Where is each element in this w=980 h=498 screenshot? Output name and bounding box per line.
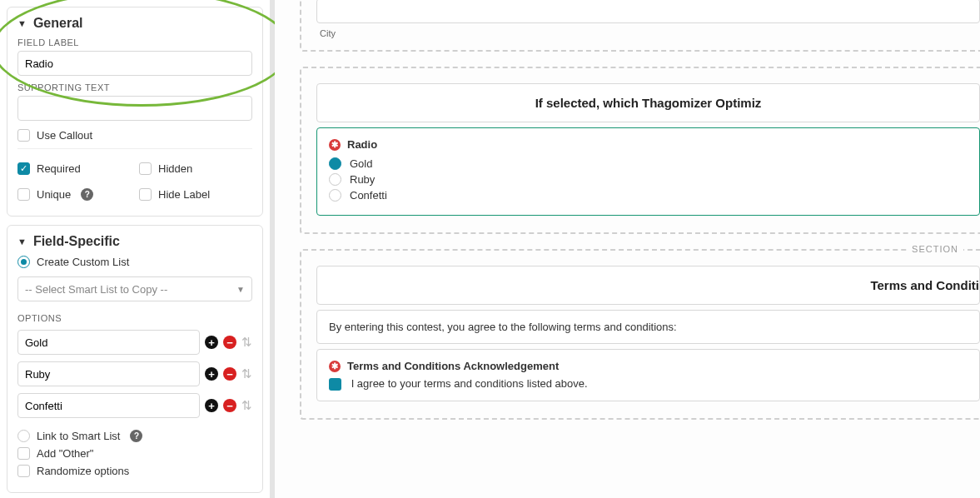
preview-section: SECTION Terms and Conditi By entering th… (300, 249, 980, 420)
preview-radio-label: Confetti (350, 189, 387, 202)
checkbox-icon (17, 129, 30, 142)
supporting-text-input[interactable] (17, 96, 252, 121)
terms-intro-text: By entering this contest, you agree to t… (329, 321, 677, 333)
hide-label-checkbox[interactable]: Hide Label (139, 188, 252, 201)
option-row: + − ⇅ (17, 361, 252, 386)
radio-off-icon (17, 430, 30, 442)
preview-section: City (300, 0, 980, 52)
preview-section: If selected, which Thagomizer Optimiz ✱ … (300, 67, 980, 234)
checkbox-filled-icon (329, 378, 341, 391)
drag-handle-icon[interactable]: ⇅ (241, 398, 252, 413)
required-checkbox[interactable]: ✓ Required (17, 162, 131, 175)
options-header: OPTIONS (17, 313, 252, 323)
preview-radio-label: Gold (350, 157, 372, 170)
checkbox-icon (139, 162, 152, 175)
help-icon[interactable]: ? (81, 188, 93, 201)
smart-list-placeholder: -- Select Smart List to Copy -- (25, 283, 167, 296)
general-title: General (33, 16, 83, 31)
radio-empty-icon (329, 189, 341, 202)
use-callout-checkbox[interactable]: Use Callout (17, 129, 252, 142)
chevron-down-icon: ▼ (236, 285, 245, 294)
checkbox-icon (17, 447, 30, 460)
chevron-down-icon: ▼ (17, 18, 27, 28)
option-input[interactable] (17, 361, 200, 386)
required-label: Required (37, 162, 81, 175)
field-label-header: FIELD LABEL (17, 37, 252, 47)
checkbox-icon (17, 188, 30, 201)
drag-handle-icon[interactable]: ⇅ (241, 335, 252, 350)
radio-empty-icon (329, 173, 341, 186)
smart-list-select[interactable]: -- Select Smart List to Copy -- ▼ (17, 276, 252, 301)
section-title-text: If selected, which Thagomizer Optimiz (535, 96, 762, 110)
add-option-icon[interactable]: + (205, 399, 218, 412)
form-preview: City If selected, which Thagomizer Optim… (275, 0, 980, 498)
city-input-preview[interactable] (316, 0, 980, 23)
section-title-card[interactable]: If selected, which Thagomizer Optimiz (316, 83, 980, 122)
create-custom-list-label: Create Custom List (37, 256, 129, 268)
randomize-label: Randomize options (37, 465, 129, 477)
hidden-label: Hidden (158, 162, 192, 175)
preview-radio-option[interactable]: Ruby (329, 173, 968, 186)
section-tag: SECTION (907, 244, 963, 254)
field-specific-panel-header[interactable]: ▼ Field-Specific (17, 234, 252, 249)
add-other-checkbox[interactable]: Add "Other" (17, 447, 252, 460)
checkbox-icon (17, 465, 30, 477)
radio-on-icon (17, 256, 30, 268)
preview-radio-option[interactable]: Gold (329, 157, 968, 170)
option-row: + − ⇅ (17, 330, 252, 355)
option-input[interactable] (17, 393, 200, 418)
checkbox-checked-icon: ✓ (17, 162, 30, 175)
general-panel-header[interactable]: ▼ General (17, 16, 252, 31)
terms-ack-card[interactable]: ✱ Terms and Conditions Acknowledgement I… (316, 349, 980, 401)
preview-radio-label: Ruby (350, 173, 375, 186)
link-smart-list-radio[interactable]: Link to Smart List ? (17, 430, 252, 442)
create-custom-list-radio[interactable]: Create Custom List (17, 256, 252, 268)
hidden-checkbox[interactable]: Hidden (139, 162, 252, 175)
terms-intro-card[interactable]: By entering this contest, you agree to t… (316, 310, 980, 344)
supporting-text-header: SUPPORTING TEXT (17, 82, 252, 92)
help-icon[interactable]: ? (130, 430, 142, 442)
terms-title-card[interactable]: Terms and Conditi (316, 266, 980, 305)
chevron-down-icon: ▼ (17, 237, 27, 247)
add-option-icon[interactable]: + (205, 367, 218, 381)
field-specific-panel: ▼ Field-Specific Create Custom List -- S… (7, 225, 263, 493)
required-icon: ✱ (329, 139, 341, 151)
terms-title-text: Terms and Conditi (870, 278, 979, 292)
city-below-label: City (320, 28, 980, 38)
link-smart-list-label: Link to Smart List (37, 430, 120, 442)
hide-label-label: Hide Label (158, 188, 210, 201)
terms-ack-row[interactable]: I agree to your terms and conditions lis… (329, 377, 968, 391)
field-specific-title: Field-Specific (33, 234, 120, 249)
preview-radio-option[interactable]: Confetti (329, 189, 968, 202)
required-icon: ✱ (329, 361, 341, 372)
unique-checkbox[interactable]: Unique ? (17, 188, 131, 201)
terms-ack-text: I agree to your terms and conditions lis… (351, 377, 588, 390)
add-other-label: Add "Other" (37, 447, 94, 460)
checkbox-icon (139, 188, 152, 201)
field-label-input[interactable] (17, 51, 252, 76)
properties-sidebar: ▼ General FIELD LABEL SUPPORTING TEXT Us… (0, 0, 275, 498)
radio-field-preview[interactable]: ✱ Radio Gold Ruby Confetti (316, 127, 980, 216)
radio-field-title: Radio (347, 138, 377, 151)
option-row: + − ⇅ (17, 393, 252, 418)
drag-handle-icon[interactable]: ⇅ (241, 366, 252, 381)
terms-ack-title: Terms and Conditions Acknowledgement (347, 360, 559, 372)
randomize-checkbox[interactable]: Randomize options (17, 465, 252, 477)
unique-label: Unique (37, 188, 71, 201)
add-option-icon[interactable]: + (205, 336, 218, 349)
option-input[interactable] (17, 330, 200, 355)
remove-option-icon[interactable]: − (223, 367, 236, 381)
radio-filled-icon (329, 157, 341, 170)
remove-option-icon[interactable]: − (223, 399, 236, 412)
use-callout-label: Use Callout (37, 129, 92, 142)
general-panel: ▼ General FIELD LABEL SUPPORTING TEXT Us… (7, 7, 263, 217)
remove-option-icon[interactable]: − (223, 336, 236, 349)
